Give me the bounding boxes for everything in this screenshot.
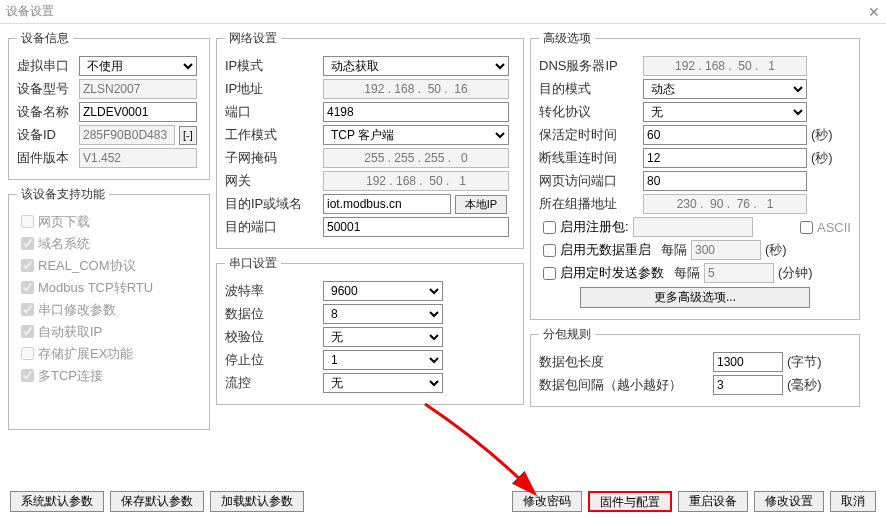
gateway-label: 网关 [225, 172, 319, 190]
model-field [79, 79, 197, 99]
feature-item-7: 多TCP连接 [17, 366, 103, 385]
cancel-button[interactable]: 取消 [830, 491, 876, 512]
ip-addr-field [323, 79, 509, 99]
feature-label: Modbus TCP转RTU [38, 279, 153, 297]
reconnect-field[interactable] [643, 148, 807, 168]
databits-select[interactable]: 8 [323, 304, 443, 324]
feature-item-6: 存储扩展EX功能 [17, 344, 133, 363]
device-info-legend: 设备信息 [17, 30, 73, 47]
baud-select[interactable]: 9600 [323, 281, 443, 301]
databits-label: 数据位 [225, 305, 319, 323]
feature-checkbox [21, 303, 34, 316]
device-info-group: 设备信息 虚拟串口 不使用 设备型号 设备名称 设备ID [-] 固件版本 [8, 30, 210, 180]
minutes-unit: (分钟) [778, 264, 813, 282]
save-default-button[interactable]: 保存默认参数 [110, 491, 204, 512]
feature-item-2: REAL_COM协议 [17, 256, 136, 275]
enable-sched-checkbox[interactable]: 启用定时发送参数 [539, 264, 664, 283]
virtual-com-label: 虚拟串口 [17, 57, 75, 75]
reboot-button[interactable]: 重启设备 [678, 491, 748, 512]
features-legend: 该设备支持功能 [17, 186, 109, 203]
reconnect-label: 断线重连时间 [539, 149, 639, 167]
feature-item-0: 网页下载 [17, 212, 90, 231]
web-port-field[interactable] [643, 171, 807, 191]
fw-label: 固件版本 [17, 149, 75, 167]
ascii-checkbox[interactable]: ASCII [796, 218, 851, 237]
dest-port-field[interactable] [323, 217, 509, 237]
packet-len-field[interactable] [713, 352, 783, 372]
feature-label: 存储扩展EX功能 [38, 345, 133, 363]
ms-unit: (毫秒) [787, 376, 822, 394]
multicast-field [643, 194, 807, 214]
feature-item-1: 域名系统 [17, 234, 90, 253]
change-pwd-button[interactable]: 修改密码 [512, 491, 582, 512]
flow-select[interactable]: 无 [323, 373, 443, 393]
feature-checkbox [21, 369, 34, 382]
enable-reg-checkbox[interactable]: 启用注册包: [539, 218, 629, 237]
devname-field[interactable] [79, 102, 197, 122]
devid-label: 设备ID [17, 126, 75, 144]
more-advanced-button[interactable]: 更多高级选项... [580, 287, 810, 308]
packet-gap-label: 数据包间隔（越小越好） [539, 376, 709, 394]
port-label: 端口 [225, 103, 319, 121]
multicast-label: 所在组播地址 [539, 195, 639, 213]
dest-mode-label: 目的模式 [539, 80, 639, 98]
window-title: 设备设置 [6, 3, 54, 20]
firmware-config-button[interactable]: 固件与配置 [588, 491, 672, 512]
keepalive-field[interactable] [643, 125, 807, 145]
feature-checkbox [21, 259, 34, 272]
parity-label: 校验位 [225, 328, 319, 346]
subnet-field [323, 148, 509, 168]
work-mode-select[interactable]: TCP 客户端 [323, 125, 509, 145]
model-label: 设备型号 [17, 80, 75, 98]
feature-checkbox [21, 325, 34, 338]
nodata-interval-field [691, 240, 761, 260]
packet-gap-field[interactable] [713, 375, 783, 395]
feature-checkbox [21, 237, 34, 250]
devid-toggle-button[interactable]: [-] [179, 126, 197, 145]
dest-mode-select[interactable]: 动态 [643, 79, 807, 99]
packet-legend: 分包规则 [539, 326, 595, 343]
every-label-2: 每隔 [674, 264, 700, 282]
seconds-unit-1: (秒) [811, 126, 833, 144]
local-ip-button[interactable]: 本地IP [455, 195, 507, 214]
sched-interval-field [704, 263, 774, 283]
enable-nodata-checkbox[interactable]: 启用无数据重启 [539, 241, 651, 260]
seconds-unit-3: (秒) [765, 241, 787, 259]
conv-proto-select[interactable]: 无 [643, 102, 807, 122]
feature-label: 多TCP连接 [38, 367, 103, 385]
ip-mode-select[interactable]: 动态获取 [323, 56, 509, 76]
gateway-field [323, 171, 509, 191]
sys-default-button[interactable]: 系统默认参数 [10, 491, 104, 512]
dest-ip-label: 目的IP或域名 [225, 195, 319, 213]
fw-field [79, 148, 197, 168]
stopbits-label: 停止位 [225, 351, 319, 369]
dest-ip-field[interactable] [323, 194, 451, 214]
feature-label: REAL_COM协议 [38, 257, 136, 275]
feature-label: 网页下载 [38, 213, 90, 231]
work-mode-label: 工作模式 [225, 126, 319, 144]
feature-item-3: Modbus TCP转RTU [17, 278, 153, 297]
feature-checkbox [21, 281, 34, 294]
feature-label: 自动获取IP [38, 323, 102, 341]
bytes-unit: (字节) [787, 353, 822, 371]
parity-select[interactable]: 无 [323, 327, 443, 347]
advanced-legend: 高级选项 [539, 30, 595, 47]
network-legend: 网络设置 [225, 30, 281, 47]
packet-len-label: 数据包长度 [539, 353, 709, 371]
feature-checkbox [21, 215, 34, 228]
packet-group: 分包规则 数据包长度 (字节) 数据包间隔（越小越好） (毫秒) [530, 326, 860, 407]
baud-label: 波特率 [225, 282, 319, 300]
stopbits-select[interactable]: 1 [323, 350, 443, 370]
feature-item-4: 串口修改参数 [17, 300, 116, 319]
serial-group: 串口设置 波特率 9600 数据位 8 校验位 无 停止位 1 流控 无 [216, 255, 524, 405]
close-icon[interactable]: ✕ [868, 4, 880, 20]
feature-item-5: 自动获取IP [17, 322, 102, 341]
ip-mode-label: IP模式 [225, 57, 319, 75]
apply-button[interactable]: 修改设置 [754, 491, 824, 512]
every-label-1: 每隔 [661, 241, 687, 259]
seconds-unit-2: (秒) [811, 149, 833, 167]
virtual-com-select[interactable]: 不使用 [79, 56, 197, 76]
load-default-button[interactable]: 加载默认参数 [210, 491, 304, 512]
port-field[interactable] [323, 102, 509, 122]
feature-label: 域名系统 [38, 235, 90, 253]
